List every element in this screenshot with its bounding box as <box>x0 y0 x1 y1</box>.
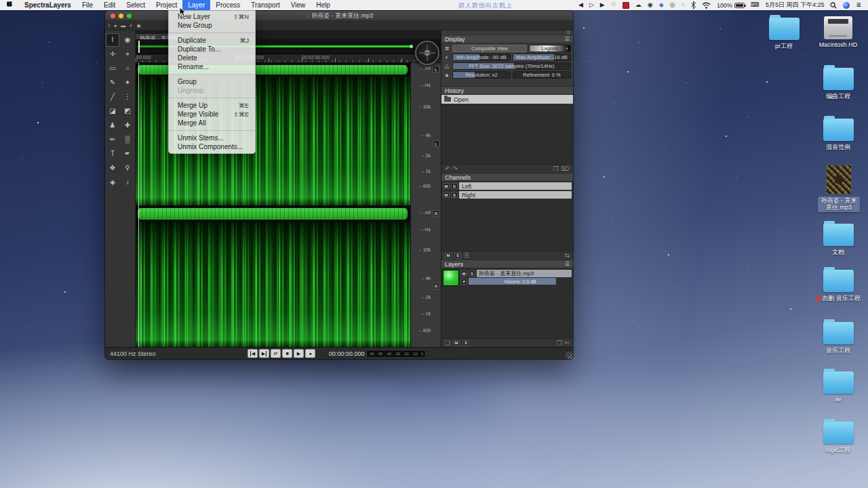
menu-item-unmix-components[interactable]: Unmix Components... <box>169 142 255 151</box>
input-source-icon[interactable]: ⌨ <box>751 2 760 8</box>
menubar-item-project[interactable]: Project <box>151 0 182 10</box>
desktop-icon-keep-music-project[interactable]: 勿删 音乐工程 <box>806 270 868 303</box>
menu-item-merge-visible[interactable]: Merge Visible⇧⌘E <box>169 110 255 119</box>
export-layer-icon[interactable]: ❒ <box>556 340 561 346</box>
desktop-icon-mp3-file[interactable]: 孙燕姿 - 直来直往.mp3 <box>818 165 860 212</box>
menu-item-delete[interactable]: Delete <box>169 54 255 62</box>
tool-option-ibeam-icon[interactable]: I <box>108 23 110 28</box>
tool-eraser[interactable]: ◪ <box>106 105 119 117</box>
bluetooth-icon[interactable] <box>691 1 696 9</box>
channel-routing-icon[interactable]: ⇆ <box>564 252 570 259</box>
tool-magic-wand[interactable]: ✦ <box>121 77 134 89</box>
tool-brush-selection[interactable]: ✎ <box>106 77 119 89</box>
menubar-item-transport[interactable]: Transport <box>245 0 285 10</box>
tool-noise[interactable]: ▒ <box>121 134 134 146</box>
menubar-item-help[interactable]: Help <box>311 0 336 10</box>
media-play-icon[interactable]: ▷ <box>589 2 594 8</box>
dimmed-app-icon[interactable]: ○ <box>681 2 684 8</box>
tool-dotted-selection[interactable]: ⋮ <box>121 91 134 103</box>
tool-hand[interactable]: ✥ <box>106 162 119 174</box>
display-menu-icon[interactable]: ☰ <box>565 36 570 42</box>
menu-item-duplicate-to[interactable]: Duplicate To... <box>169 45 255 54</box>
phase-icon[interactable]: ø <box>460 279 467 285</box>
desktop-icon-mixing-samples[interactable]: 混音范例 <box>817 119 859 152</box>
menu-item-duplicate[interactable]: Duplicate⌘J <box>169 36 255 45</box>
tool-elliptical-selection[interactable]: ○ <box>121 62 134 75</box>
solo-button[interactable]: S <box>451 183 458 189</box>
close-window-button[interactable] <box>111 14 115 18</box>
copy-state-icon[interactable]: ❐ <box>553 165 558 172</box>
tool-option-half-icon[interactable]: ◐ <box>130 23 132 28</box>
playhead[interactable] <box>138 63 139 347</box>
desktop-icon-arrange-project[interactable]: 编曲工程 <box>817 68 859 101</box>
tool-clone-stamp[interactable]: ♟ <box>106 119 119 131</box>
mute-button[interactable]: M <box>460 270 467 277</box>
navigation-dial[interactable] <box>415 41 439 65</box>
solo-all-button[interactable]: S <box>462 340 469 346</box>
tool-pen[interactable]: ✒ <box>121 148 134 160</box>
minimize-window-button[interactable] <box>119 14 123 18</box>
go-to-end-button[interactable]: ▶ <box>259 349 269 358</box>
overview-playhead[interactable] <box>138 41 140 53</box>
menubar-item-select[interactable]: Select <box>121 0 151 10</box>
max-amplitude-slider[interactable]: Max Amplitude: -18 dB <box>513 54 571 61</box>
status-app-red-icon[interactable] <box>623 2 629 9</box>
waveform-right-channel[interactable] <box>136 205 410 222</box>
refinement-slider[interactable]: Refinement: 0 % <box>513 71 571 79</box>
apple-menu[interactable] <box>0 1 19 9</box>
history-item-open[interactable]: Open <box>441 95 573 104</box>
media-next-icon[interactable]: ▶ <box>600 2 605 8</box>
fft-size-slider[interactable]: FFT Size: 3072 samples (70ms/14Hz) <box>452 62 571 70</box>
desktop-icon-documents[interactable]: 文档 <box>817 224 859 257</box>
window-resize-grip[interactable] <box>566 352 572 359</box>
menu-item-rename[interactable]: Rename... <box>169 62 255 71</box>
menu-item-merge-all[interactable]: Merge All <box>169 119 255 127</box>
trash-icon[interactable]: ⌦ <box>561 165 570 172</box>
circle-app-icon[interactable]: ◉ <box>648 2 653 8</box>
tool-rectangular-selection[interactable]: ▭ <box>106 62 119 75</box>
spectrogram-right-channel[interactable] <box>136 222 410 347</box>
colormap-select[interactable]: Lagoon▼ <box>529 45 571 52</box>
menubar-clock[interactable]: 5月5日 周四 下午4:25 <box>766 1 825 9</box>
menubar-item-file[interactable]: File <box>77 0 98 10</box>
mute-button[interactable]: M <box>443 183 450 189</box>
notification-center-icon[interactable]: ≣ <box>856 2 861 8</box>
menubar-item-view[interactable]: View <box>285 0 311 10</box>
menubar-item-process[interactable]: Process <box>210 0 245 10</box>
desktop-icon-logic-project[interactable]: logic工程 <box>816 422 861 455</box>
go-to-start-button[interactable]: ◀ <box>248 349 258 358</box>
solo-all-button[interactable]: S <box>454 253 461 259</box>
desktop-icon-music-project[interactable]: 音乐工程 <box>817 322 859 355</box>
play-button[interactable]: ▶ <box>294 349 304 358</box>
tool-option-circle-icon[interactable]: ● <box>114 23 117 28</box>
heart-icon[interactable]: ♡ <box>611 2 616 8</box>
desktop-icon-pr-project[interactable]: pr工程 <box>762 18 806 51</box>
tool-3d-view[interactable]: ◈ <box>106 176 119 188</box>
solo-button[interactable]: S <box>451 192 458 198</box>
mute-all-button[interactable]: M <box>453 340 460 346</box>
spotlight-search-icon[interactable] <box>830 2 837 9</box>
resolution-slider[interactable]: Resolution: x2 <box>452 71 511 79</box>
menu-item-group[interactable]: Group <box>169 77 255 86</box>
frequency-scale[interactable]: -inf L Hz 10k 4k L 2k 1k 400 -inf R Hz 1… <box>410 63 441 347</box>
tool-eraser-hard[interactable]: ◩ <box>121 105 134 117</box>
solo-button[interactable]: S <box>469 270 475 277</box>
tool-time-selection[interactable]: I <box>106 34 119 46</box>
at-circle-app-icon[interactable]: ◎ <box>670 2 675 8</box>
wifi-icon[interactable] <box>702 2 711 9</box>
tool-transform[interactable]: ⌖ <box>121 48 134 60</box>
zoom-window-button[interactable] <box>127 14 132 18</box>
min-amplitude-slider[interactable]: Min Amplitude: -90 dB <box>452 54 511 61</box>
diamond-app-icon[interactable]: ◆ <box>659 2 664 8</box>
tool-option-rect-icon[interactable]: ▬ <box>121 23 125 28</box>
desktop-icon-ae[interactable]: ae <box>817 371 859 403</box>
mute-all-button[interactable]: M <box>445 253 452 259</box>
record-button[interactable]: ● <box>305 349 315 358</box>
menubar-item-spectralayers[interactable]: SpectraLayers <box>19 0 77 10</box>
siri-icon[interactable] <box>843 2 850 9</box>
tool-move[interactable]: ✛ <box>106 48 119 60</box>
desktop-icon-macintosh-hd[interactable]: Macintosh HD <box>815 16 861 48</box>
tool-heal[interactable]: ✚ <box>121 119 134 131</box>
tool-pencil[interactable]: ✏ <box>106 134 119 146</box>
menu-item-unmix-stems[interactable]: Unmix Stems... <box>169 134 255 142</box>
